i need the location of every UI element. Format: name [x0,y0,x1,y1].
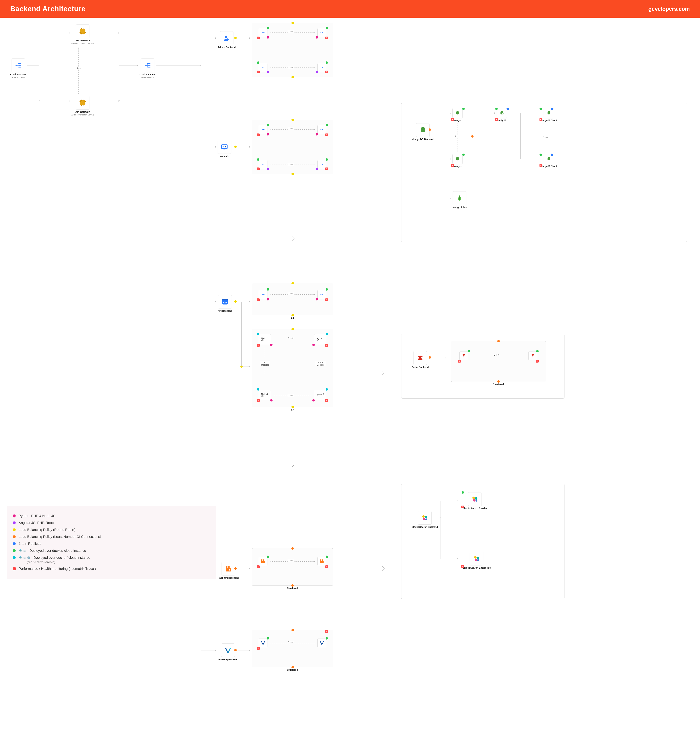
mini-ui: UI [317,63,326,72]
brand: gevelopers.com [648,6,690,12]
docker-cloud-micro-icons: 🐳 ☁️ ⚙️ [19,556,30,559]
api-gateway-icon [76,96,89,110]
node-vernemq: Vernemq Backend [218,643,238,661]
svg-rect-1 [80,100,85,105]
load-balancer-icon [141,58,155,72]
svg-point-20 [423,518,425,520]
svg-rect-0 [80,29,85,34]
label: Admin Backend [218,46,236,49]
svg-point-23 [475,497,477,500]
cluster-l4: API + API + 1 to n L4 [252,283,333,315]
website-icon [218,140,231,154]
svg-rect-8 [222,299,228,300]
cluster-rabbitmq: + + 1 to n Clustered [252,548,333,586]
chevron-right [380,371,384,375]
elasticsearch-icon [418,511,431,525]
svg-point-15 [502,113,504,114]
svg-point-28 [475,558,477,561]
es-enterprise-icon [470,552,483,565]
svg-point-26 [474,556,477,558]
es-cluster-icon [468,492,482,506]
svg-text:API: API [223,301,227,304]
svg-point-21 [425,518,427,520]
load-balancer-icon [12,58,25,72]
cluster-vernemq: + + 1 to n Clustered [252,630,333,667]
legend: Python, PHP & Node JS Angular JS, PHP, R… [7,506,216,579]
chevron-right [380,566,384,571]
canvas: Load Balancer (HAProxy / ELB) API Gatewa… [0,18,700,725]
svg-point-22 [472,497,475,499]
api-icon: API [218,295,232,308]
chevron-right [290,463,294,467]
cluster-l7: Module 1API + Module 1API + 1 to n 1 to … [252,329,333,407]
docker-cloud-icons: 🐳 ☁️ [19,549,26,552]
configdb-icon [497,108,507,118]
node-load-balancer-2: Load Balancer (HAProxy / ELB) [139,58,156,78]
cluster-website: API + API + 1 to n UI + UI + 1 to n [252,120,333,174]
node-load-balancer-1: Load Balancer (HAProxy / ELB) [10,58,27,78]
mongos-icon [452,108,462,118]
svg-point-24 [473,499,475,502]
node-website: Website [218,140,231,158]
svg-point-19 [425,516,427,518]
node-api-backend: API API Backend [218,295,232,312]
rabbitmq-node [317,557,326,566]
mini-api: API [317,28,326,37]
cluster-admin: API + API + 1 to n UI + UI + 1 to n [252,23,333,77]
mini-api: API [259,28,267,37]
svg-point-18 [422,515,425,518]
page-title: Backend Architecture [10,5,86,13]
svg-point-29 [477,559,479,561]
health-icon: + [12,567,16,570]
node-admin-backend: Admin Backend [218,31,236,49]
mini-ui: UI [259,63,267,72]
svg-rect-6 [223,149,225,149]
node-api-gateway-2: API Gateway (With Authorisation Server) [72,96,94,116]
node-rabbitmq: Rabbitmq Backend [218,562,239,579]
node-api-gateway-1: API Gateway (With Authorisation Server) [72,25,94,44]
chevron-right [290,236,294,241]
block-redis: Redis Backend + + 1 to n Clustered [401,334,564,399]
svg-point-25 [475,500,477,502]
mongos-icon [452,154,462,164]
connector-dotted [78,47,78,94]
redis-icon [413,351,427,365]
rabbitmq-icon [222,562,235,576]
svg-rect-10 [229,569,230,571]
api-gateway-icon [76,25,89,38]
block-mongodb: Mongo DB Backend Mongos + Mongos + 1 to … [401,103,687,242]
vernemq-icon [221,643,235,657]
admin-icon [220,31,233,45]
mongodb-icon [416,123,430,137]
block-elasticsearch: ElasticSearch Backend ElasticSearch Clus… [401,483,564,599]
svg-point-27 [477,557,479,559]
header: Backend Architecture gevelopers.com [0,0,700,18]
rabbitmq-node [259,557,267,566]
svg-point-2 [225,36,227,38]
mongo-atlas-icon [453,191,466,205]
